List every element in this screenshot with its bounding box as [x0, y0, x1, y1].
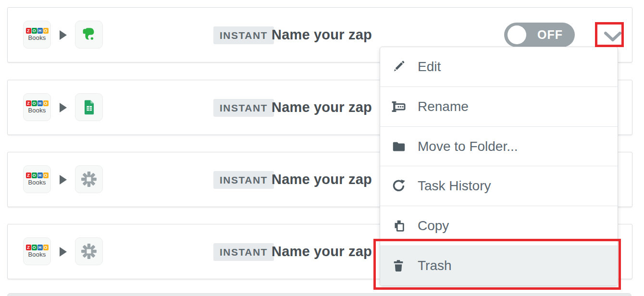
menu-item-label: Rename	[418, 99, 469, 114]
evernote-elephant-icon	[80, 26, 98, 43]
menu-item-copy[interactable]: Copy	[380, 206, 618, 246]
row-menu-chevron-button[interactable]	[599, 27, 626, 47]
folder-icon	[390, 138, 407, 155]
instant-badge: INSTANT	[213, 26, 274, 44]
zoho-letter: Z	[26, 245, 31, 250]
arrow-right-icon	[60, 30, 67, 40]
zoho-letter: O	[43, 100, 49, 106]
instant-badge: INSTANT	[213, 99, 274, 117]
zoho-letter: H	[37, 173, 43, 178]
zoho-books-label: Books	[28, 251, 46, 258]
history-refresh-icon	[390, 178, 407, 194]
menu-item-trash[interactable]: Trash	[380, 246, 618, 285]
zap-title[interactable]: Name your zap	[272, 172, 372, 187]
zoho-books-icon: Z O H O Books	[23, 21, 51, 49]
google-sheets-doc-icon	[80, 99, 98, 116]
pencil-icon	[390, 59, 407, 75]
rename-icon	[390, 99, 407, 115]
zoho-letter: H	[37, 28, 43, 34]
zoho-books-label: Books	[28, 107, 46, 114]
menu-item-label: Trash	[418, 258, 452, 273]
zoho-letter: O	[43, 173, 49, 178]
zoho-logo: Z O H O	[26, 173, 49, 178]
chevron-down-icon	[603, 31, 622, 43]
menu-item-move-to-folder[interactable]: Move to Folder...	[380, 126, 618, 166]
menu-item-label: Task History	[418, 178, 491, 194]
menu-item-edit[interactable]: Edit	[380, 47, 618, 86]
instant-badge: INSTANT	[213, 243, 274, 261]
zoho-letter: H	[37, 245, 43, 250]
zoho-logo: Z O H O	[26, 100, 49, 106]
asterisk-icon	[80, 243, 98, 260]
arrow-right-icon	[60, 247, 67, 257]
google-sheets-icon	[75, 93, 103, 121]
zoho-books-label: Books	[28, 179, 46, 186]
zoho-letter: Z	[26, 28, 31, 34]
menu-item-label: Copy	[418, 218, 449, 234]
next-row-partial	[7, 293, 632, 296]
menu-item-task-history[interactable]: Task History	[380, 166, 618, 206]
zoho-books-label: Books	[28, 34, 46, 41]
zapier-placeholder-icon	[75, 165, 103, 193]
zoho-letter: O	[32, 173, 37, 178]
arrow-right-icon	[60, 175, 67, 185]
zoho-logo: Z O H O	[26, 28, 49, 34]
zoho-letter: O	[32, 245, 37, 250]
zoho-letter: Z	[26, 100, 31, 106]
zoho-letter: O	[32, 100, 37, 106]
menu-item-label: Move to Folder...	[418, 139, 518, 154]
zoho-books-icon: Z O H O Books	[23, 237, 51, 265]
row-actions-dropdown-menu: Edit Rename Move to Folder...	[380, 47, 618, 286]
zoho-letter: Z	[26, 173, 31, 178]
arrow-right-icon	[60, 103, 67, 112]
zap-title[interactable]: Name your zap	[272, 27, 372, 43]
zoho-books-icon: Z O H O Books	[23, 165, 51, 193]
zap-title[interactable]: Name your zap	[272, 99, 372, 115]
toggle-knob[interactable]	[508, 25, 526, 44]
zoho-logo: Z O H O	[26, 245, 49, 250]
zoho-letter: O	[43, 245, 49, 250]
zap-title[interactable]: Name your zap	[272, 244, 372, 259]
instant-badge: INSTANT	[213, 171, 274, 189]
menu-item-rename[interactable]: Rename	[380, 86, 618, 126]
menu-item-label: Edit	[418, 59, 441, 74]
zoho-books-icon: Z O H O Books	[23, 93, 51, 121]
trash-icon	[390, 258, 407, 274]
toggle-off-label: OFF	[537, 28, 563, 42]
zoho-letter: O	[32, 28, 37, 34]
asterisk-icon	[80, 171, 98, 188]
zoho-letter: H	[37, 100, 43, 106]
evernote-icon	[75, 21, 103, 49]
zoho-letter: O	[43, 28, 49, 34]
copy-icon	[390, 218, 407, 234]
on-off-toggle[interactable]: OFF	[504, 23, 575, 47]
zapier-placeholder-icon	[75, 237, 103, 265]
